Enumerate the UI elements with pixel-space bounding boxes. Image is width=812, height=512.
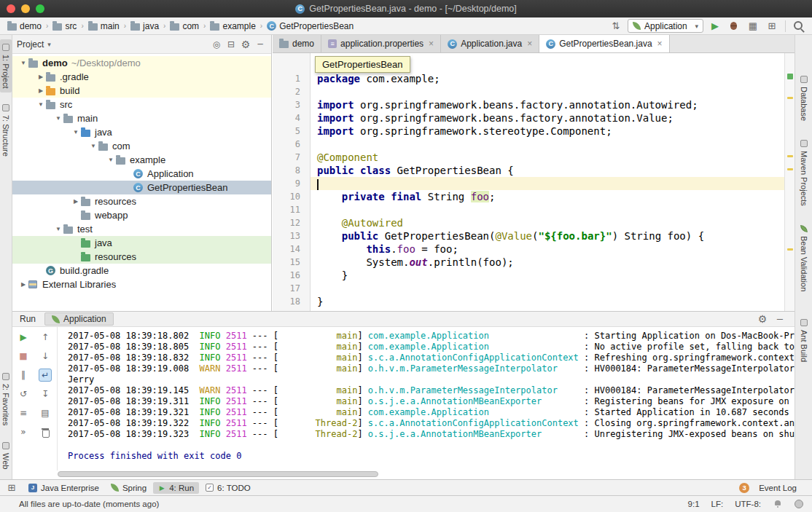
notifications-icon[interactable] (773, 499, 783, 509)
toolwindow-button-1-project[interactable]: 1: Project (0, 39, 12, 92)
line-number[interactable]: 9 (273, 177, 311, 190)
locate-icon[interactable] (210, 38, 223, 51)
editor-tab-demo[interactable]: demo (273, 35, 321, 52)
line-number[interactable]: 4 (273, 111, 311, 125)
toolwindow-event-log[interactable]: Event Log (754, 482, 802, 494)
tree-item-src[interactable]: ▼src (12, 98, 271, 111)
tree-item-resources[interactable]: ▶resources (12, 194, 271, 208)
tree-item-main[interactable]: ▼main (12, 111, 271, 125)
toolwindow-switcher-icon[interactable] (4, 481, 19, 495)
down-stack-button[interactable] (39, 350, 52, 363)
line-number[interactable]: 14 (273, 243, 311, 256)
soft-wrap-toggle[interactable] (39, 369, 52, 382)
toolwindow-button-maven-projects[interactable]: Maven Projects (798, 135, 810, 210)
line-number[interactable]: 5 (273, 125, 311, 138)
line-number[interactable]: 13 (273, 229, 311, 243)
tree-item-java[interactable]: java (12, 236, 271, 250)
tree-collapse-icon[interactable]: ▼ (71, 129, 81, 135)
line-number[interactable]: 1 (273, 72, 311, 85)
toolwindow-button-web[interactable]: Web (0, 438, 12, 473)
close-tab-icon[interactable]: × (429, 39, 434, 49)
settings-icon[interactable] (755, 312, 770, 326)
breadcrumb-demo[interactable]: demo (6, 20, 43, 32)
breadcrumb-example[interactable]: example (208, 20, 257, 32)
tree-collapse-icon[interactable]: ▼ (106, 157, 116, 163)
print-button[interactable] (39, 406, 52, 420)
horizontal-scrollbar[interactable] (58, 471, 780, 478)
pause-output-button[interactable] (17, 369, 30, 382)
caret-position[interactable]: 9:1 (688, 500, 700, 508)
coverage-button[interactable] (746, 19, 760, 34)
scroll-end-button[interactable] (39, 387, 52, 401)
tree-item-external-libraries[interactable]: ▶External Libraries (12, 277, 271, 291)
tree-item-com[interactable]: ▼com (12, 139, 271, 153)
tree-item-demo[interactable]: ▼demo~/Desktop/demo (12, 56, 271, 70)
tree-item-gradle[interactable]: ▶.gradle (12, 70, 271, 84)
toolwindow-button-6-todo[interactable]: 6: TODO (200, 482, 256, 494)
encoding[interactable]: UTF-8: (735, 500, 761, 508)
close-tab-icon[interactable]: × (657, 39, 663, 49)
toolwindow-button-spring[interactable]: Spring (106, 482, 152, 494)
toolwindow-button-database[interactable]: Database (798, 71, 810, 125)
line-ending[interactable]: LF: (711, 500, 724, 508)
tree-collapse-icon[interactable]: ▼ (53, 115, 63, 122)
run-configuration-select[interactable]: Application ▾ (628, 19, 703, 33)
toolwindow-button-bean-validation[interactable]: Bean Validation (798, 221, 810, 296)
debug-button[interactable] (727, 19, 741, 34)
stop-button[interactable] (17, 350, 30, 363)
tree-expand-icon[interactable]: ▶ (18, 281, 28, 288)
tree-expand-icon[interactable]: ▶ (36, 87, 46, 94)
breadcrumb-main[interactable]: main (87, 20, 121, 32)
toolwindows-button[interactable] (765, 19, 779, 34)
tree-collapse-icon[interactable]: ▼ (18, 60, 28, 66)
line-number[interactable]: 16 (273, 269, 311, 282)
tree-item-java[interactable]: ▼java (12, 125, 271, 139)
clear-console-button[interactable] (39, 425, 52, 438)
line-number[interactable]: 8 (273, 164, 311, 177)
line-number[interactable]: 2 (273, 85, 311, 98)
run-tab-application[interactable]: Application (44, 312, 114, 326)
close-tab-icon[interactable]: × (527, 39, 532, 49)
line-number[interactable]: 15 (273, 256, 311, 269)
hide-icon[interactable] (254, 38, 267, 51)
editor-tab-application-properties[interactable]: application.properties× (321, 35, 441, 52)
zoom-window-button[interactable] (36, 4, 44, 13)
inspection-indicator[interactable] (787, 74, 793, 79)
restore-layout-button[interactable] (17, 387, 30, 401)
breadcrumb-src[interactable]: src (51, 20, 78, 32)
tree-item-application[interactable]: Application (12, 167, 271, 181)
line-number[interactable]: 12 (273, 216, 311, 229)
tree-item-resources[interactable]: resources (12, 250, 271, 264)
tree-item-example[interactable]: ▼example (12, 153, 271, 167)
toolwindow-button-4-run[interactable]: 4: Run (153, 482, 199, 494)
line-number[interactable]: 11 (273, 203, 311, 216)
more-icon[interactable] (17, 425, 30, 438)
line-number[interactable]: 18 (273, 295, 311, 308)
minimize-window-button[interactable] (21, 4, 30, 13)
tasks-icon[interactable] (609, 19, 623, 34)
editor-tab-getpropertiesbean-java[interactable]: GetPropertiesBean.java× (539, 35, 669, 52)
warning-mark[interactable] (787, 97, 793, 99)
tree-item-build[interactable]: ▶build (12, 84, 271, 98)
tree-expand-icon[interactable]: ▶ (36, 74, 46, 80)
toolwindow-button-java-enterprise[interactable]: Java Enterprise (23, 482, 104, 494)
line-number[interactable]: 3 (273, 98, 311, 111)
collapse-all-icon[interactable] (225, 38, 238, 51)
toolwindow-button-ant-build[interactable]: Ant Build (798, 315, 810, 366)
up-stack-button[interactable] (39, 331, 52, 344)
run-button[interactable] (708, 19, 722, 34)
settings-icon[interactable] (239, 38, 252, 51)
console-output[interactable]: 2017-05-08 18:39:18.802 INFO 2511 --- [ … (58, 327, 795, 470)
tree-collapse-icon[interactable]: ▼ (53, 226, 63, 232)
warning-mark[interactable] (787, 248, 793, 251)
customize-icon[interactable] (17, 406, 30, 420)
hector-icon[interactable] (795, 500, 803, 508)
tree-collapse-icon[interactable]: ▼ (36, 101, 46, 108)
hide-icon[interactable] (773, 312, 787, 326)
line-number[interactable]: 7 (273, 151, 311, 164)
tree-item-test[interactable]: ▼test (12, 222, 271, 236)
tree-item-build-gradle[interactable]: build.gradle (12, 264, 271, 277)
warning-mark[interactable] (787, 168, 793, 170)
scrollbar-thumb[interactable] (58, 471, 378, 477)
editor-tab-application-java[interactable]: Application.java× (441, 35, 539, 52)
